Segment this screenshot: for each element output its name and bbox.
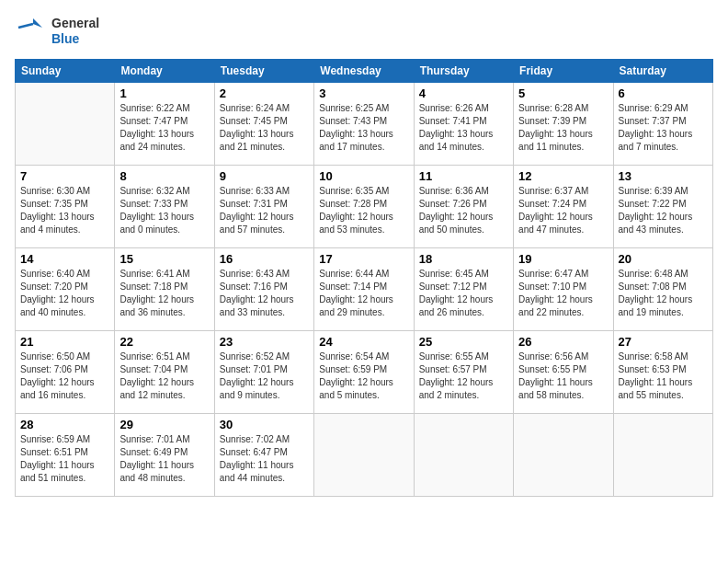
calendar-cell: 21Sunrise: 6:50 AM Sunset: 7:06 PM Dayli…	[16, 331, 115, 414]
calendar-cell: 4Sunrise: 6:26 AM Sunset: 7:41 PM Daylig…	[414, 83, 513, 166]
day-number: 13	[619, 169, 708, 183]
day-number: 29	[119, 418, 209, 431]
day-info: Sunrise: 6:30 AM Sunset: 7:35 PM Dayligh…	[20, 185, 109, 236]
calendar-cell	[414, 414, 513, 497]
logo-svg	[15, 15, 48, 48]
svg-marker-0	[33, 18, 42, 28]
day-info: Sunrise: 6:40 AM Sunset: 7:20 PM Dayligh…	[20, 268, 109, 319]
day-info: Sunrise: 6:32 AM Sunset: 7:33 PM Dayligh…	[119, 185, 209, 236]
day-number: 19	[518, 252, 608, 266]
calendar-cell	[613, 414, 712, 497]
weekday-header-sunday: Sunday	[16, 60, 115, 83]
calendar-cell	[514, 414, 613, 497]
weekday-header-monday: Monday	[115, 60, 214, 83]
calendar-cell: 16Sunrise: 6:43 AM Sunset: 7:16 PM Dayli…	[214, 248, 313, 331]
day-info: Sunrise: 6:41 AM Sunset: 7:18 PM Dayligh…	[119, 268, 209, 319]
day-number: 20	[619, 252, 708, 266]
day-info: Sunrise: 6:45 AM Sunset: 7:12 PM Dayligh…	[419, 268, 508, 319]
day-number: 8	[119, 169, 209, 183]
day-number: 11	[419, 169, 508, 183]
calendar-cell: 13Sunrise: 6:39 AM Sunset: 7:22 PM Dayli…	[613, 166, 712, 248]
day-info: Sunrise: 7:02 AM Sunset: 6:47 PM Dayligh…	[220, 433, 309, 485]
day-info: Sunrise: 6:55 AM Sunset: 6:57 PM Dayligh…	[419, 350, 508, 402]
calendar-cell: 5Sunrise: 6:28 AM Sunset: 7:39 PM Daylig…	[514, 83, 613, 166]
weekday-header-thursday: Thursday	[414, 60, 513, 83]
day-info: Sunrise: 6:59 AM Sunset: 6:51 PM Dayligh…	[20, 433, 109, 485]
calendar-cell: 22Sunrise: 6:51 AM Sunset: 7:04 PM Dayli…	[115, 331, 214, 414]
day-info: Sunrise: 6:44 AM Sunset: 7:14 PM Dayligh…	[319, 268, 408, 319]
day-number: 10	[319, 169, 408, 183]
calendar-cell: 25Sunrise: 6:55 AM Sunset: 6:57 PM Dayli…	[414, 331, 513, 414]
calendar-cell: 6Sunrise: 6:29 AM Sunset: 7:37 PM Daylig…	[613, 83, 712, 166]
calendar-cell	[16, 83, 115, 166]
weekday-header-row: SundayMondayTuesdayWednesdayThursdayFrid…	[16, 60, 713, 83]
day-number: 16	[220, 252, 309, 266]
logo-text: GeneralBlue	[51, 16, 99, 47]
day-number: 2	[220, 86, 309, 100]
calendar-cell: 20Sunrise: 6:48 AM Sunset: 7:08 PM Dayli…	[613, 248, 712, 331]
day-info: Sunrise: 6:48 AM Sunset: 7:08 PM Dayligh…	[619, 268, 708, 319]
calendar-cell: 19Sunrise: 6:47 AM Sunset: 7:10 PM Dayli…	[514, 248, 613, 331]
day-number: 18	[419, 252, 508, 266]
calendar-cell: 14Sunrise: 6:40 AM Sunset: 7:20 PM Dayli…	[16, 248, 115, 331]
calendar-cell: 2Sunrise: 6:24 AM Sunset: 7:45 PM Daylig…	[214, 83, 313, 166]
day-info: Sunrise: 6:54 AM Sunset: 6:59 PM Dayligh…	[319, 350, 408, 402]
day-info: Sunrise: 6:39 AM Sunset: 7:22 PM Dayligh…	[619, 185, 708, 236]
day-info: Sunrise: 6:35 AM Sunset: 7:28 PM Dayligh…	[319, 185, 408, 236]
weekday-header-wednesday: Wednesday	[314, 60, 414, 83]
calendar-cell: 17Sunrise: 6:44 AM Sunset: 7:14 PM Dayli…	[314, 248, 414, 331]
day-number: 28	[20, 418, 109, 431]
day-info: Sunrise: 6:36 AM Sunset: 7:26 PM Dayligh…	[419, 185, 508, 236]
day-info: Sunrise: 6:37 AM Sunset: 7:24 PM Dayligh…	[518, 185, 608, 236]
calendar-cell: 23Sunrise: 6:52 AM Sunset: 7:01 PM Dayli…	[214, 331, 313, 414]
day-number: 21	[20, 335, 109, 349]
day-number: 15	[119, 252, 209, 266]
day-number: 27	[619, 335, 708, 349]
day-info: Sunrise: 6:56 AM Sunset: 6:55 PM Dayligh…	[518, 350, 608, 402]
calendar-cell	[314, 414, 414, 497]
calendar-cell: 30Sunrise: 7:02 AM Sunset: 6:47 PM Dayli…	[214, 414, 313, 497]
day-number: 3	[319, 86, 408, 100]
calendar-cell: 24Sunrise: 6:54 AM Sunset: 6:59 PM Dayli…	[314, 331, 414, 414]
day-info: Sunrise: 6:28 AM Sunset: 7:39 PM Dayligh…	[518, 102, 608, 154]
weekday-header-tuesday: Tuesday	[214, 60, 313, 83]
day-number: 1	[119, 86, 209, 100]
day-info: Sunrise: 6:24 AM Sunset: 7:45 PM Dayligh…	[220, 102, 309, 154]
calendar-cell: 15Sunrise: 6:41 AM Sunset: 7:18 PM Dayli…	[115, 248, 214, 331]
calendar-cell: 3Sunrise: 6:25 AM Sunset: 7:43 PM Daylig…	[314, 83, 414, 166]
calendar-cell: 12Sunrise: 6:37 AM Sunset: 7:24 PM Dayli…	[514, 166, 613, 248]
day-info: Sunrise: 6:50 AM Sunset: 7:06 PM Dayligh…	[20, 350, 109, 402]
calendar-week-row: 28Sunrise: 6:59 AM Sunset: 6:51 PM Dayli…	[16, 414, 713, 497]
calendar-cell: 27Sunrise: 6:58 AM Sunset: 6:53 PM Dayli…	[613, 331, 712, 414]
calendar-cell: 7Sunrise: 6:30 AM Sunset: 7:35 PM Daylig…	[16, 166, 115, 248]
day-number: 17	[319, 252, 408, 266]
weekday-header-saturday: Saturday	[613, 60, 712, 83]
day-number: 4	[419, 86, 508, 100]
day-info: Sunrise: 6:26 AM Sunset: 7:41 PM Dayligh…	[419, 102, 508, 154]
day-info: Sunrise: 6:52 AM Sunset: 7:01 PM Dayligh…	[220, 350, 309, 402]
calendar-cell: 18Sunrise: 6:45 AM Sunset: 7:12 PM Dayli…	[414, 248, 513, 331]
day-info: Sunrise: 6:51 AM Sunset: 7:04 PM Dayligh…	[119, 350, 209, 402]
calendar-cell: 1Sunrise: 6:22 AM Sunset: 7:47 PM Daylig…	[115, 83, 214, 166]
day-info: Sunrise: 6:43 AM Sunset: 7:16 PM Dayligh…	[220, 268, 309, 319]
calendar-cell: 9Sunrise: 6:33 AM Sunset: 7:31 PM Daylig…	[214, 166, 313, 248]
calendar-cell: 28Sunrise: 6:59 AM Sunset: 6:51 PM Dayli…	[16, 414, 115, 497]
day-info: Sunrise: 6:47 AM Sunset: 7:10 PM Dayligh…	[518, 268, 608, 319]
day-number: 5	[518, 86, 608, 100]
day-info: Sunrise: 6:33 AM Sunset: 7:31 PM Dayligh…	[220, 185, 309, 236]
calendar-week-row: 14Sunrise: 6:40 AM Sunset: 7:20 PM Dayli…	[16, 248, 713, 331]
weekday-header-friday: Friday	[514, 60, 613, 83]
calendar-cell: 29Sunrise: 7:01 AM Sunset: 6:49 PM Dayli…	[115, 414, 214, 497]
calendar-cell: 11Sunrise: 6:36 AM Sunset: 7:26 PM Dayli…	[414, 166, 513, 248]
day-number: 6	[619, 86, 708, 100]
day-number: 24	[319, 335, 408, 349]
day-number: 14	[20, 252, 109, 266]
calendar-cell: 8Sunrise: 6:32 AM Sunset: 7:33 PM Daylig…	[115, 166, 214, 248]
day-number: 26	[518, 335, 608, 349]
day-info: Sunrise: 6:22 AM Sunset: 7:47 PM Dayligh…	[119, 102, 209, 154]
day-info: Sunrise: 6:58 AM Sunset: 6:53 PM Dayligh…	[619, 350, 708, 402]
calendar-week-row: 7Sunrise: 6:30 AM Sunset: 7:35 PM Daylig…	[16, 166, 713, 248]
day-number: 9	[220, 169, 309, 183]
calendar-table: SundayMondayTuesdayWednesdayThursdayFrid…	[15, 59, 713, 497]
day-number: 25	[419, 335, 508, 349]
